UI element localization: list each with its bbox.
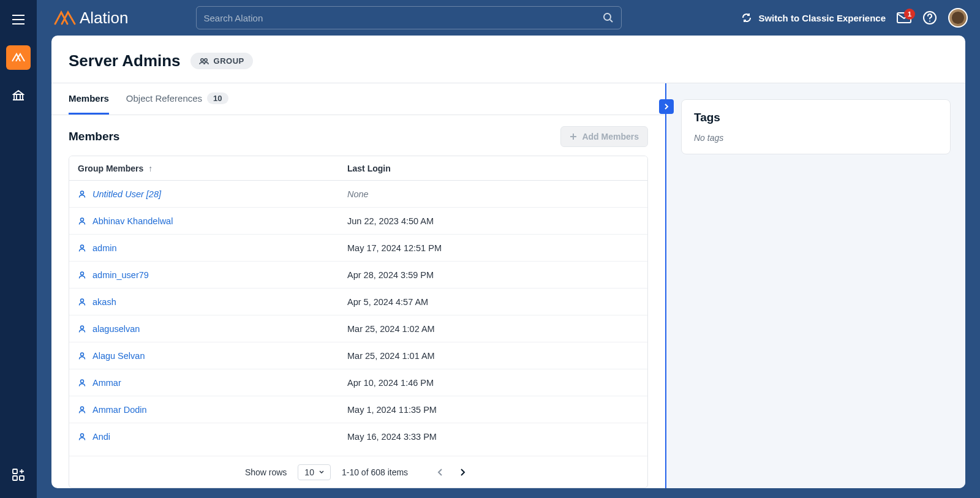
search-icon (603, 12, 614, 23)
dropdown-icon (319, 470, 324, 474)
member-last-login: May 16, 2024 3:33 PM (347, 432, 639, 442)
member-last-login: None (347, 189, 639, 199)
pagination: Show rows 10 1-10 of 608 items (69, 456, 647, 488)
svg-point-11 (81, 272, 84, 275)
show-rows-label: Show rows (245, 467, 287, 477)
section-title: Members (69, 130, 119, 143)
svg-point-16 (81, 407, 84, 410)
user-icon (78, 271, 86, 279)
pagination-range: 1-10 of 608 items (342, 467, 408, 477)
add-members-button[interactable]: Add Members (560, 126, 648, 147)
search-box[interactable] (196, 6, 622, 29)
svg-point-10 (81, 245, 84, 248)
user-icon (78, 379, 86, 387)
svg-rect-1 (13, 476, 17, 480)
no-tags-text: No tags (694, 133, 938, 143)
svg-point-6 (200, 58, 203, 61)
rows-per-page-select[interactable]: 10 (298, 464, 331, 480)
table-row: adminMay 17, 2024 12:51 PM (69, 235, 647, 262)
user-icon (78, 244, 86, 252)
nav-home[interactable] (6, 45, 31, 70)
user-icon (78, 217, 86, 225)
table-row: Ammar DodinMay 1, 2024 11:35 PM (69, 396, 647, 423)
member-last-login: Apr 10, 2024 1:46 PM (347, 378, 639, 388)
svg-point-3 (604, 13, 611, 20)
svg-point-7 (204, 58, 206, 61)
member-name-link[interactable]: admin_user79 (78, 270, 347, 280)
member-name-link[interactable]: Abhinav Khandelwal (78, 216, 347, 226)
next-page-button[interactable] (454, 464, 472, 481)
member-last-login: Jun 22, 2023 4:50 AM (347, 216, 639, 226)
member-name-link[interactable]: Alagu Selvan (78, 351, 347, 361)
member-last-login: Apr 5, 2024 4:57 AM (347, 297, 639, 307)
table-row: admin_user79Apr 28, 2024 3:59 PM (69, 262, 647, 289)
member-name-link[interactable]: alaguselvan (78, 324, 347, 334)
chevron-left-icon (437, 468, 443, 477)
switch-classic-button[interactable]: Switch to Classic Experience (741, 12, 886, 23)
search-input[interactable] (204, 13, 603, 23)
apps-grid-icon (12, 469, 24, 481)
brand-name: Alation (80, 9, 129, 28)
tab-members[interactable]: Members (69, 83, 109, 115)
member-name-link[interactable]: admin (78, 243, 347, 253)
right-panel: Tags No tags (665, 83, 965, 488)
user-icon (78, 352, 86, 360)
help-button[interactable] (922, 10, 937, 25)
member-name-link[interactable]: Ammar Dodin (78, 405, 347, 415)
table-row: Abhinav KhandelwalJun 22, 2023 4:50 AM (69, 208, 647, 235)
page-header: Server Admins GROUP (51, 36, 965, 83)
col-header-login[interactable]: Last Login (347, 164, 639, 173)
svg-point-14 (81, 353, 84, 356)
object-refs-count: 10 (207, 92, 228, 104)
svg-point-8 (81, 191, 84, 194)
tabs: Members Object References 10 (51, 83, 665, 115)
prev-page-button[interactable] (431, 464, 448, 481)
notification-count: 1 (904, 9, 915, 20)
svg-point-17 (81, 434, 84, 437)
member-name-link[interactable]: Andi (78, 432, 347, 442)
nav-apps[interactable] (6, 462, 31, 487)
left-rail (0, 0, 37, 498)
group-icon (199, 58, 209, 65)
svg-point-13 (81, 326, 84, 329)
chevron-right-icon (460, 468, 466, 477)
member-last-login: Mar 25, 2024 1:01 AM (347, 351, 639, 361)
member-name-link[interactable]: Ammar (78, 378, 347, 388)
alation-logo-icon (54, 10, 76, 25)
col-header-name[interactable]: Group Members ↑ (78, 164, 347, 173)
member-name-link[interactable]: akash (78, 297, 347, 307)
menu-button[interactable] (6, 7, 31, 32)
tab-object-references[interactable]: Object References 10 (126, 83, 228, 115)
table-row: Alagu SelvanMar 25, 2024 1:01 AM (69, 342, 647, 369)
member-name-link[interactable]: Untitled User [28] (78, 189, 347, 199)
user-icon (78, 325, 86, 333)
collapse-panel-button[interactable] (659, 99, 674, 114)
svg-point-9 (81, 218, 84, 221)
table-row: alaguselvanMar 25, 2024 1:02 AM (69, 315, 647, 342)
member-last-login: May 17, 2024 12:51 PM (347, 243, 639, 253)
members-table: Group Members ↑ Last Login Untitled User… (69, 156, 648, 488)
top-bar: Alation Switch to Classic Experience 1 (37, 0, 980, 36)
help-icon (922, 10, 937, 25)
page-title: Server Admins (69, 51, 181, 70)
sort-asc-icon: ↑ (148, 164, 153, 173)
svg-rect-2 (20, 476, 24, 480)
plus-icon (570, 133, 577, 140)
brand-logo[interactable]: Alation (54, 9, 129, 28)
bank-icon (12, 90, 24, 101)
svg-rect-0 (13, 469, 17, 473)
member-last-login: Mar 25, 2024 1:02 AM (347, 324, 639, 334)
user-icon (78, 406, 86, 414)
table-row: AmmarApr 10, 2024 1:46 PM (69, 369, 647, 396)
table-row: Untitled User [28]None (69, 181, 647, 208)
tags-title: Tags (694, 111, 938, 124)
user-icon (78, 432, 86, 441)
notifications-button[interactable]: 1 (897, 12, 911, 23)
svg-point-15 (81, 380, 84, 383)
alation-mark-icon (12, 53, 25, 62)
group-badge: GROUP (190, 53, 253, 69)
user-avatar[interactable] (948, 8, 968, 28)
user-icon (78, 190, 86, 198)
nav-catalog[interactable] (6, 83, 31, 108)
chevron-right-icon (663, 103, 669, 110)
